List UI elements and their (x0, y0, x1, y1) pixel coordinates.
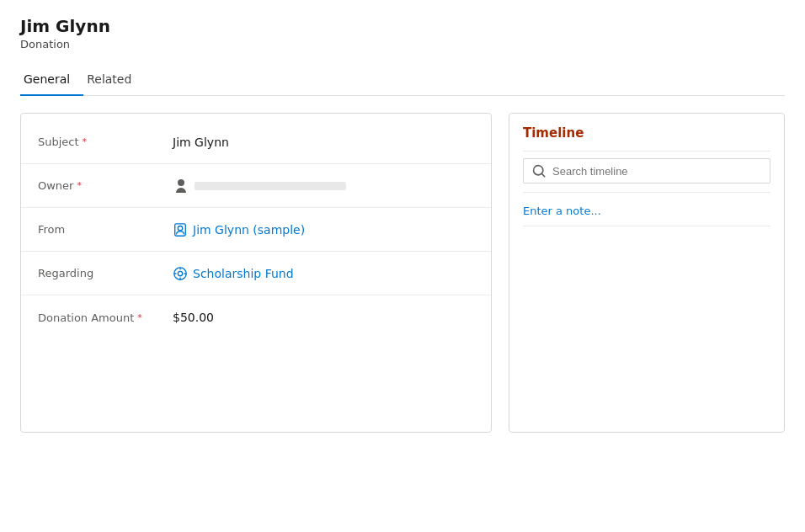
owner-value[interactable] (173, 178, 474, 194)
owner-label: Owner * (38, 179, 173, 192)
timeline-panel: Timeline Enter a note... (509, 113, 785, 433)
svg-point-3 (178, 271, 182, 275)
timeline-divider-search (523, 192, 770, 193)
from-label: From (38, 223, 173, 236)
svg-point-1 (178, 226, 182, 230)
field-row-subject: Subject * Jim Glynn (21, 120, 491, 164)
search-timeline-box[interactable] (523, 158, 770, 184)
field-row-regarding: Regarding Scholarship Fund (21, 252, 491, 295)
record-subtitle: Donation (20, 38, 785, 51)
required-star-owner: * (77, 180, 82, 191)
contact-icon (173, 222, 188, 237)
from-value[interactable]: Jim Glynn (sample) (173, 222, 474, 237)
donation-amount-label: Donation Amount * (38, 311, 173, 324)
subject-value[interactable]: Jim Glynn (173, 136, 474, 149)
subject-label: Subject * (38, 136, 173, 148)
search-timeline-input[interactable] (552, 165, 761, 178)
record-title: Jim Glynn (20, 15, 785, 37)
tabs-bar: General Related (20, 66, 785, 96)
field-row-donation-amount: Donation Amount * $50.00 (21, 295, 491, 339)
form-card: Subject * Jim Glynn Owner * (20, 113, 492, 433)
field-row-owner: Owner * (21, 164, 491, 208)
enter-note-text[interactable]: Enter a note... (523, 200, 770, 222)
search-timeline-icon (532, 164, 546, 178)
record-header: Jim Glynn Donation (20, 15, 785, 51)
donation-amount-value[interactable]: $50.00 (173, 311, 474, 324)
timeline-title: Timeline (523, 125, 770, 141)
tab-related[interactable]: Related (83, 66, 145, 96)
owner-person-icon (173, 178, 189, 194)
tab-general[interactable]: General (20, 66, 83, 96)
campaign-icon (173, 266, 188, 281)
regarding-label: Regarding (38, 267, 173, 279)
timeline-divider-note (523, 226, 770, 226)
owner-bar (195, 182, 346, 190)
field-row-from: From Jim Glynn (sample) (21, 208, 491, 252)
timeline-divider-top (523, 151, 770, 152)
main-layout: Subject * Jim Glynn Owner * (20, 113, 785, 433)
required-star-subject: * (83, 136, 88, 147)
regarding-value[interactable]: Scholarship Fund (173, 266, 474, 281)
required-star-amount: * (137, 312, 142, 323)
